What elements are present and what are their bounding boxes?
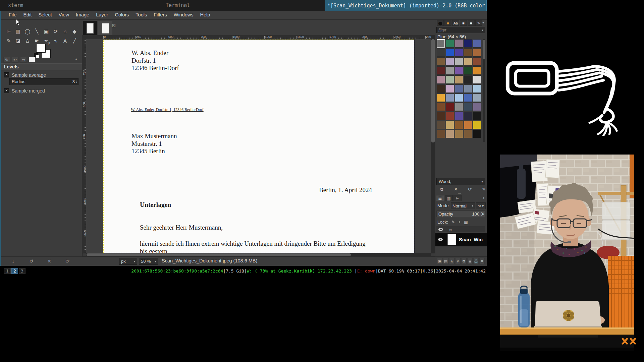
window-tab-gimp-active[interactable]: *[Scan_Wichtiges_Dokument] (imported)-2.…	[325, 0, 487, 11]
collapse-dock-icon[interactable]: ◂	[482, 196, 484, 199]
clone-tool[interactable]: ♙	[24, 37, 31, 45]
pattern-swatch-49[interactable]	[473, 121, 481, 129]
pattern-swatch-40[interactable]	[437, 112, 445, 120]
pattern-swatch-26[interactable]	[446, 84, 454, 93]
menu-view[interactable]: View	[55, 11, 72, 18]
horizontal-scrollbar-thumb[interactable]	[87, 253, 351, 256]
pattern-swatch-17[interactable]	[455, 66, 463, 75]
color-picker-tool[interactable]: ╱	[71, 37, 78, 45]
menu-layer[interactable]: Layer	[93, 11, 111, 18]
document-page[interactable]: W. Abs. Ender Dorfstr. 1 12346 Berlin-Do…	[103, 40, 414, 253]
default-colors-icon-bg[interactable]	[36, 55, 39, 58]
layer-row-selected[interactable]: Scan_Wic	[435, 233, 487, 246]
tool-options-button[interactable]: ✎	[3, 57, 10, 63]
pattern-swatch-46[interactable]	[446, 121, 454, 129]
undo-history-button[interactable]: ↶	[12, 57, 18, 63]
canvas-viewport[interactable]: W. Abs. Ender Dorfstr. 1 12346 Berlin-Do…	[86, 39, 431, 253]
window-tab-terminal[interactable]: Terminal	[162, 0, 325, 11]
new-layer-button[interactable]: ▣	[437, 258, 442, 264]
pattern-swatch-44[interactable]	[473, 112, 481, 120]
pattern-swatch-31[interactable]	[446, 94, 454, 102]
pattern-swatch-32[interactable]	[455, 94, 463, 102]
pattern-swatch-3[interactable]	[464, 39, 472, 48]
radius-input[interactable]: Radius 3 ▴▾	[9, 78, 78, 85]
workspace-button-1[interactable]: 1	[4, 268, 11, 274]
pattern-swatch-4[interactable]	[473, 39, 481, 48]
pattern-swatch-45[interactable]	[437, 121, 445, 129]
patterns-tab[interactable]: ■	[444, 20, 451, 26]
radius-spinner[interactable]: ▴▾	[76, 80, 78, 83]
pattern-swatch-51[interactable]	[446, 130, 454, 138]
pattern-swatch-20[interactable]	[437, 75, 445, 84]
gradients-tab[interactable]: ✎	[475, 20, 482, 26]
menu-colors[interactable]: Colors	[111, 11, 132, 18]
paintbrush-tool[interactable]: ✎	[5, 37, 12, 45]
pattern-swatch-39[interactable]	[473, 103, 481, 111]
opacity-slider[interactable]: Opacity 100.0 ▴▾	[436, 210, 485, 217]
refresh-patterns-button[interactable]: ⟳	[467, 187, 473, 192]
menu-image[interactable]: Image	[72, 11, 93, 18]
pattern-swatch-29[interactable]	[473, 84, 481, 93]
pattern-swatch-38[interactable]	[464, 103, 472, 111]
pattern-swatch-0[interactable]	[437, 39, 445, 48]
lock-position-icon[interactable]: +	[458, 220, 461, 225]
pattern-filter-input[interactable]: filter ▾	[436, 27, 485, 33]
window-tab-xterm[interactable]: xterm	[0, 0, 162, 11]
pattern-scrollbar[interactable]	[483, 39, 485, 142]
anchor-layer-button[interactable]: ⚓	[473, 258, 479, 264]
foreground-color-swatch[interactable]	[36, 44, 46, 53]
pattern-swatch-14[interactable]	[473, 57, 481, 66]
pattern-swatch-25[interactable]	[437, 84, 445, 93]
horizontal-scrollbar[interactable]	[86, 253, 431, 256]
pattern-swatch-13[interactable]	[464, 57, 472, 66]
delete-pattern-button[interactable]: ✕	[453, 187, 459, 192]
smudge-tool[interactable]: ☛	[34, 37, 40, 45]
menu-windows[interactable]: Windows	[170, 11, 197, 18]
pattern-swatch-43[interactable]	[464, 112, 472, 120]
sample-merged-checkbox[interactable]: ✕	[4, 88, 9, 93]
fuzzy-select-tool[interactable]: ╲	[34, 28, 40, 35]
bucket-fill-tool[interactable]: ◆	[71, 28, 78, 35]
pattern-swatch-11[interactable]	[446, 57, 454, 66]
brushes-tab[interactable]: ⬤	[437, 20, 444, 26]
handle-transform-tool[interactable]: ⌂	[62, 28, 68, 35]
pattern-swatch-30[interactable]	[437, 94, 445, 102]
pattern-swatch-1[interactable]	[446, 39, 454, 48]
pattern-swatch-7[interactable]	[455, 48, 463, 57]
pattern-select-dropdown[interactable]: Wood, ▾	[436, 178, 485, 185]
text-tool[interactable]: A	[62, 37, 68, 45]
crop-tool[interactable]: ▣	[43, 28, 50, 35]
pattern-swatch-47[interactable]	[455, 121, 463, 129]
pattern-swatch-8[interactable]	[464, 48, 472, 57]
reset-button[interactable]: ⟳	[64, 258, 71, 264]
lower-layer-button[interactable]: ∨	[455, 258, 461, 264]
pattern-swatch-10[interactable]	[437, 57, 445, 66]
menu-select[interactable]: Select	[35, 11, 55, 18]
menu-filters[interactable]: Filters	[150, 11, 170, 18]
pattern-swatch-19[interactable]	[473, 66, 481, 75]
opacity-spinner[interactable]: ▴▾	[483, 212, 485, 216]
pattern-swatch-52[interactable]	[455, 130, 463, 138]
visibility-eye-icon[interactable]	[438, 228, 443, 231]
pattern-swatch-6[interactable]	[446, 48, 454, 57]
pattern-swatch-2[interactable]	[455, 39, 463, 48]
alignment-tool[interactable]: ⊫	[5, 28, 12, 35]
pattern-swatch-24[interactable]	[473, 75, 481, 84]
swatch-button[interactable]	[29, 57, 35, 63]
channels-tab[interactable]: ▥	[445, 195, 453, 201]
pattern-swatch-54[interactable]	[473, 130, 481, 138]
pattern-swatch-28[interactable]	[464, 84, 472, 93]
mode-reset-button[interactable]: ⟲ ▾	[476, 202, 486, 209]
lock-alpha-icon[interactable]: ▦	[464, 220, 468, 225]
pattern-swatch-48[interactable]	[464, 121, 472, 129]
pattern-swatch-53[interactable]	[464, 130, 472, 138]
lock-pixels-icon[interactable]: ✎	[451, 220, 455, 225]
pattern-swatch-50[interactable]	[437, 130, 445, 138]
image-tab-2[interactable]	[98, 21, 112, 36]
pattern-swatch-42[interactable]	[455, 112, 463, 120]
fonts-tab[interactable]: Aa	[452, 20, 459, 26]
mode-dropdown[interactable]: Normal ▾	[451, 202, 475, 209]
device-status-button[interactable]: ▭	[20, 57, 27, 63]
image-tab-1[interactable]	[83, 21, 97, 36]
pattern-swatch-5[interactable]	[437, 48, 445, 57]
